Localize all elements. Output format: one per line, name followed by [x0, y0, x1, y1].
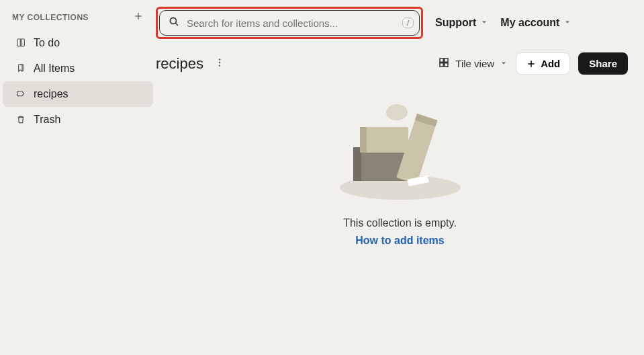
svg-rect-9 — [440, 63, 443, 67]
add-button[interactable]: Add — [516, 52, 570, 75]
empty-books-illustration — [330, 100, 471, 201]
plus-icon — [526, 58, 537, 69]
book-icon — [15, 37, 27, 49]
svg-point-6 — [219, 65, 220, 66]
svg-line-3 — [175, 23, 178, 26]
svg-point-4 — [219, 58, 220, 60]
view-label: Tile view — [455, 58, 494, 69]
add-collection-button[interactable] — [133, 11, 144, 24]
sidebar-item-label: recipes — [34, 88, 68, 100]
sidebar-item-label: Trash — [34, 114, 60, 126]
account-label: My account — [500, 17, 559, 29]
svg-rect-8 — [445, 58, 448, 62]
sidebar-item-all[interactable]: All Items — [3, 56, 153, 81]
sidebar-item-label: To do — [34, 37, 60, 49]
more-options-button[interactable] — [212, 54, 228, 73]
chevron-down-icon — [480, 17, 488, 29]
main: / Support My account recipes Tile view — [156, 0, 644, 355]
search-highlight: / — [156, 7, 423, 39]
sidebar-item-label: All Items — [34, 63, 75, 75]
sidebar-title: MY COLLECTIONS — [12, 13, 89, 22]
search-box[interactable]: / — [159, 10, 420, 36]
svg-rect-10 — [445, 63, 448, 67]
sidebar-item-todo[interactable]: To do — [3, 30, 153, 56]
plus-icon — [133, 11, 144, 22]
svg-point-2 — [170, 17, 176, 24]
empty-help-link[interactable]: How to add items — [355, 235, 444, 247]
tag-icon — [15, 88, 27, 100]
collection-title: recipes — [156, 55, 203, 73]
search-shortcut: / — [402, 17, 414, 28]
svg-point-5 — [219, 61, 220, 63]
svg-point-14 — [386, 104, 408, 120]
empty-text: This collection is empty. — [343, 217, 457, 229]
svg-rect-17 — [360, 127, 408, 153]
account-menu[interactable]: My account — [500, 17, 571, 29]
share-button[interactable]: Share — [578, 52, 628, 75]
dots-vertical-icon — [214, 57, 225, 68]
grid-icon — [438, 56, 450, 71]
search-input[interactable] — [187, 17, 396, 29]
view-switcher[interactable]: Tile view — [438, 56, 508, 71]
bookmarks-icon — [15, 63, 27, 75]
svg-rect-7 — [440, 58, 443, 62]
topbar: / Support My account — [156, 0, 644, 46]
sidebar-item-trash[interactable]: Trash — [3, 107, 153, 132]
content-header: recipes Tile view Add Share — [156, 46, 644, 81]
svg-rect-18 — [360, 127, 367, 153]
trash-icon — [15, 114, 27, 126]
chevron-down-icon — [500, 58, 508, 69]
add-label: Add — [541, 58, 560, 69]
sidebar-item-recipes[interactable]: recipes — [3, 81, 153, 107]
search-icon — [168, 15, 180, 30]
chevron-down-icon — [563, 17, 571, 29]
empty-state: This collection is empty. How to add ite… — [156, 81, 644, 247]
sidebar-header: MY COLLECTIONS — [0, 11, 156, 30]
support-menu[interactable]: Support — [435, 17, 488, 29]
sidebar: MY COLLECTIONS To do All Items recipes T… — [0, 0, 156, 355]
support-label: Support — [435, 17, 476, 29]
